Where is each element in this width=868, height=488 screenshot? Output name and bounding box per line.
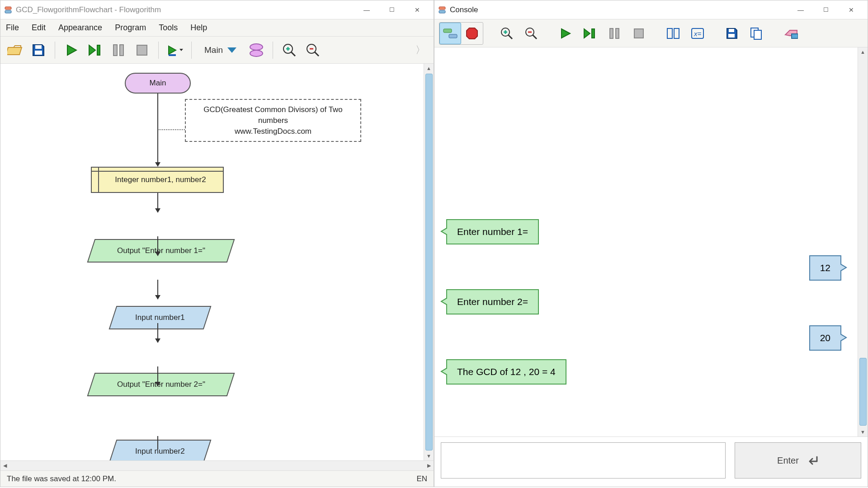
terminal-main-node[interactable]: Main (125, 73, 191, 94)
input-node-2[interactable]: Input number2 (109, 440, 212, 460)
svg-rect-46 (754, 30, 761, 39)
save-button[interactable] (28, 40, 48, 60)
functions-button[interactable] (246, 40, 266, 60)
scroll-right-icon[interactable]: ▶ (425, 463, 434, 469)
vertical-scrollbar[interactable]: ▲ ▼ (424, 64, 434, 460)
function-label: Main (204, 45, 223, 55)
scrollbar-thumb[interactable] (859, 358, 867, 426)
svg-rect-48 (792, 34, 798, 38)
svg-point-12 (250, 44, 263, 50)
horizontal-scrollbar[interactable]: ◀ ▶ (0, 460, 434, 470)
node-label: Output "Enter number 2=" (117, 380, 205, 389)
svg-line-15 (291, 52, 295, 56)
node-label: Output "Enter number 1=" (117, 246, 205, 255)
svg-rect-23 (443, 29, 452, 33)
menu-help[interactable]: Help (190, 23, 207, 33)
toolbar-separator (158, 42, 159, 59)
chevron-right-icon[interactable]: 〉 (412, 43, 429, 57)
close-button[interactable] (405, 1, 430, 19)
console-input[interactable] (441, 442, 726, 479)
flowchart-canvas[interactable]: Main GCD(Greatest Common Divisors) of Tw… (0, 64, 424, 460)
scroll-down-icon[interactable]: ▼ (426, 451, 431, 460)
scrollbar-thumb[interactable] (425, 74, 433, 450)
menu-appearance[interactable]: Appearance (58, 23, 102, 33)
pause-button[interactable] (108, 40, 128, 60)
pause-button[interactable] (604, 23, 625, 44)
input-node-1[interactable]: Input number1 (109, 306, 212, 329)
clear-button[interactable] (780, 23, 802, 44)
menu-program[interactable]: Program (115, 23, 146, 33)
console-window: Console (434, 0, 868, 487)
stop-button[interactable] (132, 40, 152, 60)
function-selector[interactable]: Main (198, 42, 243, 58)
flow-arrow (157, 366, 158, 383)
output-bubble: Enter number 1= (446, 219, 539, 244)
svg-rect-9 (137, 45, 147, 55)
bubble-text: 20 (820, 333, 830, 343)
maximize-button[interactable] (813, 1, 839, 19)
svg-rect-35 (592, 29, 594, 38)
flow-arrow (157, 436, 158, 450)
console-title: Console (450, 5, 788, 14)
zoom-in-button[interactable] (496, 23, 518, 44)
zoom-out-button[interactable] (303, 40, 323, 60)
bubble-text: Enter number 1= (457, 226, 528, 237)
node-label: GCD(Greatest Common Divisors) of Two num… (203, 104, 343, 136)
editor-toolbar: Main 〉 (0, 37, 434, 64)
svg-text:x=: x= (693, 30, 702, 38)
chat-view-button[interactable] (439, 23, 461, 44)
open-button[interactable] (5, 40, 25, 60)
menu-tools[interactable]: Tools (159, 23, 178, 33)
zoom-out-button[interactable] (520, 23, 542, 44)
text-view-button[interactable] (461, 23, 483, 44)
step-button[interactable] (85, 40, 105, 60)
comment-node[interactable]: GCD(Greatest Common Divisors) of Two num… (185, 99, 361, 142)
input-bubble: 20 (809, 325, 841, 351)
svg-line-31 (533, 35, 537, 39)
flow-arrow (157, 236, 158, 253)
editor-titlebar: GCD_FlowgorithmFlowchart - Flowgorithm (0, 0, 434, 19)
console-titlebar: Console (434, 0, 868, 19)
minimize-button[interactable] (788, 1, 813, 19)
scrollbar-track[interactable] (859, 56, 867, 427)
copy-button[interactable] (745, 23, 767, 44)
svg-rect-38 (634, 29, 643, 38)
arrowhead-icon (155, 208, 160, 213)
flow-arrow (157, 323, 158, 339)
view-mode-group (439, 22, 483, 45)
scroll-left-icon[interactable]: ◀ (0, 463, 9, 469)
minimize-button[interactable] (354, 1, 379, 19)
stop-button[interactable] (628, 23, 650, 44)
svg-rect-1 (5, 10, 11, 13)
step-button[interactable] (579, 23, 601, 44)
app-icon (438, 6, 446, 14)
save-button[interactable] (721, 23, 743, 44)
speed-button[interactable] (165, 40, 185, 60)
scroll-down-icon[interactable]: ▼ (860, 427, 865, 436)
menu-edit[interactable]: Edit (32, 23, 46, 33)
flow-arrow (157, 94, 158, 163)
zoom-in-button[interactable] (279, 40, 299, 60)
svg-rect-40 (674, 28, 679, 38)
run-button[interactable] (61, 40, 81, 60)
layout-button[interactable] (662, 23, 684, 44)
enter-button[interactable]: Enter (735, 442, 861, 479)
variables-button[interactable]: x= (687, 23, 708, 44)
maximize-button[interactable] (379, 1, 405, 19)
svg-rect-21 (439, 7, 445, 9)
scroll-up-icon[interactable]: ▲ (860, 47, 865, 56)
console-scrollbar[interactable]: ▲ ▼ (858, 47, 868, 436)
menu-file[interactable]: File (6, 23, 19, 33)
output-node-2[interactable]: Output "Enter number 2=" (87, 373, 235, 396)
toolbar-separator (191, 42, 192, 59)
enter-label: Enter (777, 455, 799, 466)
console-output: Enter number 1= 12 Enter number 2= 20 Th… (434, 47, 858, 436)
output-bubble: The GCD of 12 , 20 = 4 (446, 359, 566, 385)
declare-node[interactable]: Integer number1, number2 (91, 167, 224, 193)
close-button[interactable] (839, 1, 864, 19)
svg-rect-8 (120, 45, 123, 56)
output-node-1[interactable]: Output "Enter number 1=" (87, 239, 235, 263)
scroll-up-icon[interactable]: ▲ (426, 64, 431, 73)
svg-marker-5 (89, 45, 95, 55)
run-button[interactable] (555, 23, 576, 44)
